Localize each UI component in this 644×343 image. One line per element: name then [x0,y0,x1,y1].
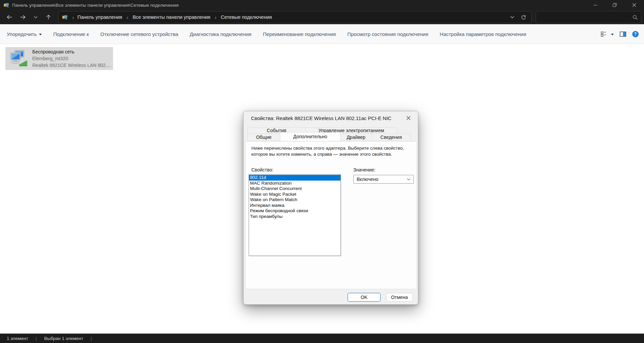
search-input[interactable] [539,14,633,20]
view-options-button[interactable] [601,31,614,37]
toolbar-item-view-status[interactable]: Просмотр состояния подключения [347,31,428,37]
value-combobox[interactable]: Включено [353,175,414,184]
refresh-icon [521,14,526,20]
breadcrumb-item-network-connections[interactable]: Сетевые подключения [220,14,273,20]
help-icon: ? [632,31,639,37]
file-list-area: Беспроводная сеть Elemberg_mt320 Realtek… [0,44,644,334]
list-view-icon [601,31,608,37]
tab-general[interactable]: Общие [247,134,280,141]
property-item-selected[interactable]: 802.11d [249,175,341,181]
breadcrumb-item-control-panel[interactable]: Панель управления [77,14,123,20]
up-arrow-icon [46,14,51,20]
property-item[interactable]: Тип преамбулы [249,214,341,220]
dialog-titlebar: Свойства: Realtek 8821CE Wireless LAN 80… [244,111,418,125]
dropdown-caret-icon [39,34,42,35]
property-item[interactable]: Wake on Pattern Match [249,197,341,203]
combobox-value: Включено [357,177,379,182]
back-arrow-icon [6,14,12,20]
network-connections-icon [3,2,9,8]
address-bar[interactable]: › Панель управления › Все элементы панел… [58,11,532,23]
chevron-down-icon [510,16,514,18]
status-separator: | [91,336,92,341]
tab-control: События Управление электропитанием Общие… [247,127,415,141]
window-title: Панель управления\Все элементы панели уп… [12,3,179,8]
connection-item[interactable]: Беспроводная сеть Elemberg_mt320 Realtek… [5,47,113,70]
restore-button[interactable] [605,0,624,10]
connection-adapter: Realtek 8821CE Wireless LAN 802.... [32,62,111,69]
toolbar-item-diagnose[interactable]: Диагностика подключения [190,31,251,37]
dialog-close-button[interactable] [403,113,414,123]
help-button[interactable]: ? [632,31,639,37]
window-titlebar: Панель управления\Все элементы панели уп… [0,0,644,10]
forward-button[interactable] [16,11,30,23]
command-bar: Упорядочить Подключение к Отключение сет… [0,24,644,44]
property-listbox[interactable]: 802.11d MAC Randomization Multi-Channel … [249,174,341,256]
description-line: Ниже перечислены свойства этого адаптера… [251,145,404,151]
dropdown-caret-icon [611,34,614,35]
forward-arrow-icon [20,14,26,20]
toolbar-item-organize[interactable]: Упорядочить [7,31,42,37]
cancel-button[interactable]: Отмена [386,293,413,302]
search-box[interactable] [536,11,641,23]
selection-count: Выбран 1 элемент [44,336,83,341]
value-label: Значение: [353,167,375,173]
recent-locations-button[interactable] [30,11,42,23]
close-button[interactable] [624,0,644,10]
tab-driver[interactable]: Драйвер [340,134,372,141]
minimize-button[interactable] [585,0,605,10]
tab-advanced[interactable]: Дополнительно [280,132,341,141]
close-icon [406,116,411,120]
back-button[interactable] [3,11,16,23]
search-icon [633,15,638,20]
address-dropdown-button[interactable] [506,12,518,23]
breadcrumb-separator[interactable]: › [215,14,216,20]
adapter-description: Ниже перечислены свойства этого адаптера… [251,145,404,157]
property-label: Свойство: [251,167,273,173]
description-line: которое вы хотите изменить, а справа — з… [251,151,404,157]
dialog-title: Свойства: Realtek 8821CE Wireless LAN 80… [251,115,391,121]
refresh-button[interactable] [518,12,529,23]
advanced-tab-page: Ниже перечислены свойства этого адаптера… [245,141,417,289]
preview-pane-button[interactable] [620,32,626,37]
breadcrumb-item-all-items[interactable]: Все элементы панели управления [132,14,211,20]
chevron-down-icon [407,178,410,181]
toolbar-item-change-settings[interactable]: Настройка параметров подключения [440,31,526,37]
breadcrumb-separator[interactable]: › [72,14,74,20]
property-item[interactable]: Wake on Magic Packet [249,192,341,197]
connection-ssid: Elemberg_mt320 [32,55,111,62]
toolbar-item-connect-to[interactable]: Подключение к [53,31,89,37]
status-bar: 1 элемент | Выбран 1 элемент | [0,334,644,343]
network-connections-icon [62,14,68,20]
property-item[interactable]: MAC Randomization [249,181,341,186]
navigation-bar: › Панель управления › Все элементы панел… [0,10,644,24]
chevron-down-icon [34,16,38,18]
adapter-properties-dialog: Свойства: Realtek 8821CE Wireless LAN 80… [243,111,418,305]
ok-button[interactable]: OK [348,293,381,302]
toolbar-item-label: Упорядочить [7,31,37,37]
up-button[interactable] [42,11,55,23]
status-separator: | [36,336,37,341]
tab-details[interactable]: Сведения [371,134,411,141]
preview-pane-icon [620,32,626,37]
toolbar-item-rename[interactable]: Переименование подключения [263,31,336,37]
property-item[interactable]: Интервал маяка [249,203,341,208]
items-count: 1 элемент [7,336,28,341]
wireless-network-icon [9,49,28,68]
breadcrumb-separator[interactable]: › [127,14,128,20]
toolbar-item-disable-device[interactable]: Отключение сетевого устройства [100,31,178,37]
property-item[interactable]: Режим беспроводной связи [249,208,341,214]
property-item[interactable]: Multi-Channel Concurrent [249,186,341,192]
connection-name: Беспроводная сеть [32,48,111,55]
